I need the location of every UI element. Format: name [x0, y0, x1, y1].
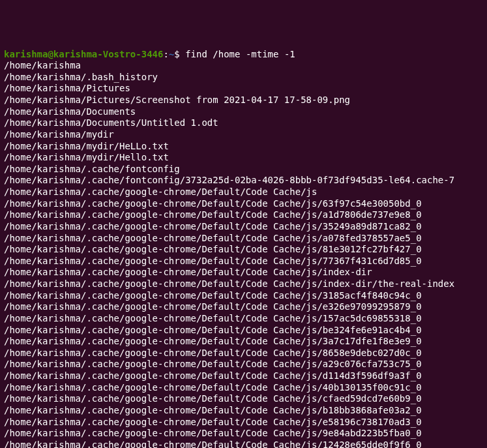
output-line: /home/karishma/.cache/google-chrome/Defa… [4, 313, 483, 325]
output-line: /home/karishma/.cache/google-chrome/Defa… [4, 359, 483, 370]
output-line: /home/karishma/.cache/google-chrome/Defa… [4, 198, 483, 210]
output-line: /home/karishma/.cache/google-chrome/Defa… [4, 382, 483, 394]
terminal-prompt-line[interactable]: karishma@karishma-Vostro-3446:~$ find /h… [4, 49, 483, 61]
output-line: /home/karishma/.cache/google-chrome/Defa… [4, 336, 483, 348]
output-line: /home/karishma/.cache/google-chrome/Defa… [4, 267, 483, 278]
output-line: /home/karishma/.cache/google-chrome/Defa… [4, 256, 483, 267]
output-line: /home/karishma/.cache/google-chrome/Defa… [4, 221, 483, 233]
output-line: /home/karishma/.cache/google-chrome/Defa… [4, 348, 483, 359]
output-line: /home/karishma/Documents/Untitled 1.odt [4, 117, 483, 129]
output-line: /home/karishma/.cache/google-chrome/Defa… [4, 301, 483, 313]
output-line: /home/karishma/.cache/google-chrome/Defa… [4, 405, 483, 417]
output-line: /home/karishma/.cache/google-chrome/Defa… [4, 209, 483, 221]
output-line: /home/karishma/Documents [4, 106, 483, 118]
output-line: /home/karishma/.cache/fontconfig/3732a25… [4, 175, 483, 187]
output-line: /home/karishma/.cache/google-chrome/Defa… [4, 370, 483, 382]
output-line: /home/karishma/.cache/google-chrome/Defa… [4, 417, 483, 428]
prompt-dollar: $ [174, 49, 185, 59]
output-line: /home/karishma/.cache/google-chrome/Defa… [4, 428, 483, 440]
output-line: /home/karishma/.cache/google-chrome/Defa… [4, 440, 483, 448]
output-line: /home/karishma/.cache/google-chrome/Defa… [4, 393, 483, 405]
prompt-user-host: karishma@karishma-Vostro-3446 [4, 49, 163, 59]
terminal-output: /home/karishma/home/karishma/.bash_histo… [4, 60, 483, 448]
output-line: /home/karishma/.bash_history [4, 72, 483, 83]
output-line: /home/karishma/.cache/google-chrome/Defa… [4, 187, 483, 198]
prompt-colon: : [163, 49, 168, 59]
output-line: /home/karishma/mydir/Hello.txt [4, 152, 483, 164]
output-line: /home/karishma/.cache/google-chrome/Defa… [4, 278, 483, 290]
output-line: /home/karishma/.cache/fontconfig [4, 164, 483, 175]
output-line: /home/karishma/.cache/google-chrome/Defa… [4, 244, 483, 256]
output-line: /home/karishma/Pictures [4, 83, 483, 95]
output-line: /home/karishma/mydir/HeLLo.txt [4, 141, 483, 153]
output-line: /home/karishma/.cache/google-chrome/Defa… [4, 290, 483, 302]
output-line: /home/karishma/.cache/google-chrome/Defa… [4, 233, 483, 245]
output-line: /home/karishma/.cache/google-chrome/Defa… [4, 325, 483, 336]
output-line: /home/karishma/Pictures/Screenshot from … [4, 95, 483, 106]
command-text: find /home -mtime -1 [185, 49, 295, 59]
output-line: /home/karishma/mydir [4, 129, 483, 141]
output-line: /home/karishma [4, 60, 483, 72]
